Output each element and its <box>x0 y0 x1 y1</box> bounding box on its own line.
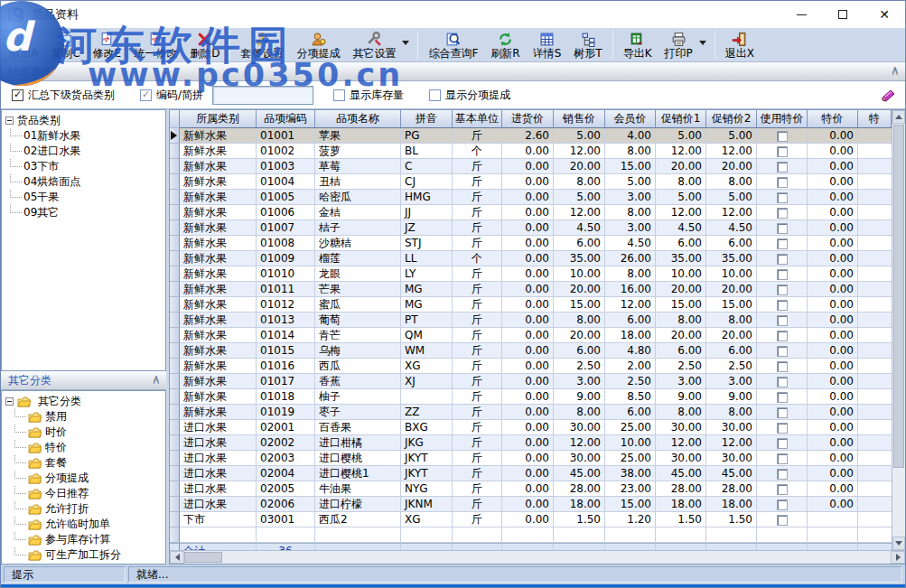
batch-edit-button[interactable]: 统一修改 <box>127 29 183 61</box>
tree-node[interactable]: 允许打折 <box>4 501 163 517</box>
scroll-up-button[interactable] <box>892 110 905 124</box>
column-header[interactable]: 促销价1 <box>656 110 706 128</box>
use-special-checkbox[interactable] <box>777 238 788 249</box>
use-special-checkbox[interactable] <box>777 438 788 449</box>
copy-button[interactable]: 复制C <box>44 29 86 61</box>
scroll-down-button[interactable] <box>892 537 905 550</box>
table-row[interactable]: 新鲜水果01001苹果PG斤2.605.004.005.005.000.00 <box>170 128 892 144</box>
show-commission-checkbox[interactable]: 显示分项提成 <box>429 88 510 103</box>
column-header[interactable]: 所属类别 <box>180 110 257 128</box>
column-header[interactable]: 特价 <box>808 110 858 128</box>
table-row[interactable]: 新鲜水果01004丑桔CJ斤0.008.005.008.008.000.00 <box>170 174 892 190</box>
use-special-checkbox[interactable] <box>777 453 788 464</box>
use-special-checkbox[interactable] <box>777 269 788 280</box>
use-special-checkbox[interactable] <box>777 515 788 526</box>
horizontal-scrollbar[interactable] <box>170 550 905 564</box>
use-special-checkbox[interactable] <box>777 331 788 341</box>
search-input[interactable] <box>212 86 313 105</box>
expand-box-icon[interactable] <box>5 397 14 406</box>
table-row[interactable]: 新鲜水果01014青芒QM斤0.0020.0018.0020.0020.000.… <box>170 328 892 343</box>
use-special-checkbox[interactable] <box>777 300 788 311</box>
use-special-checkbox[interactable] <box>777 223 788 234</box>
commission-button[interactable]: 分项提成 <box>290 29 346 61</box>
query-button[interactable]: 综合查询F <box>422 29 484 61</box>
collapse-icon[interactable]: ᐱᐱ <box>154 378 159 384</box>
detail-button[interactable]: 详情S <box>527 29 568 61</box>
table-row[interactable]: 进口水果02006进口柠檬JKNM斤0.0018.0015.0018.0018.… <box>170 497 892 512</box>
table-row[interactable]: 新鲜水果01015乌梅WM斤0.006.004.806.006.000.00 <box>170 343 892 359</box>
combo-settings-button[interactable]: 套餐设置 <box>234 29 290 61</box>
table-row[interactable]: 新鲜水果01019枣子ZZ斤0.008.006.008.008.000.00 <box>170 405 892 420</box>
delete-button[interactable]: 删除D <box>183 29 226 61</box>
use-special-checkbox[interactable] <box>777 285 788 295</box>
column-header[interactable]: 品项名称 <box>315 110 401 128</box>
tree-node[interactable]: 04烘焙面点 <box>4 174 163 190</box>
help-book-icon[interactable] <box>880 88 896 102</box>
use-special-checkbox[interactable] <box>777 208 788 219</box>
column-header[interactable]: 特 <box>858 110 892 128</box>
maximize-button[interactable] <box>822 1 864 28</box>
table-row[interactable]: 进口水果02002进口柑橘JKG斤0.0012.0010.0012.0012.0… <box>170 435 892 451</box>
use-special-checkbox[interactable] <box>777 423 788 434</box>
table-row[interactable]: 新鲜水果01012蜜瓜MG斤0.0015.0012.0015.0015.000.… <box>170 297 892 313</box>
tree-node[interactable]: 09其它 <box>4 205 163 220</box>
use-special-checkbox[interactable] <box>777 499 788 510</box>
export-button[interactable]: 导出K <box>617 29 658 61</box>
table-row[interactable]: 进口水果02003进口樱桃JKYT斤0.0030.0025.0030.0030.… <box>170 451 892 466</box>
table-row[interactable]: 新鲜水果01006金桔JJ斤0.0012.008.0012.0012.000.0… <box>170 205 892 220</box>
table-row[interactable]: 新鲜水果01010龙眼LY斤0.0010.008.0010.0010.000.0… <box>170 266 892 282</box>
tree-node[interactable]: 可生产加工拆分 <box>4 547 163 563</box>
use-special-checkbox[interactable] <box>777 392 788 403</box>
table-row[interactable]: 新鲜水果01003草莓C斤0.0020.0015.0020.0020.000.0… <box>170 159 892 174</box>
expand-box-icon[interactable] <box>5 117 14 125</box>
table-row[interactable]: 新鲜水果01009榴莲LL个0.0035.0026.0035.0035.000.… <box>170 251 892 266</box>
exit-button[interactable]: 退出X <box>719 29 761 61</box>
use-special-checkbox[interactable] <box>777 484 788 495</box>
vertical-scroll-thumb[interactable] <box>893 125 904 468</box>
use-special-checkbox[interactable] <box>777 346 788 357</box>
show-stock-checkbox[interactable]: 显示库存量 <box>333 88 404 103</box>
table-row[interactable]: 新鲜水果01016西瓜XG斤0.002.502.002.502.500.00 <box>170 359 892 374</box>
column-header[interactable]: 会员价 <box>605 110 656 128</box>
use-special-checkbox[interactable] <box>777 177 788 188</box>
use-special-checkbox[interactable] <box>777 162 788 173</box>
scroll-left-button[interactable] <box>170 551 184 564</box>
other-settings-dropdown[interactable] <box>402 29 414 61</box>
table-row[interactable]: 进口水果02004进口樱桃1JKYT斤0.0045.0038.0045.0045… <box>170 466 892 481</box>
table-row[interactable]: 进口水果02005牛油果NYG斤0.0028.0023.0028.0028.00… <box>170 481 892 497</box>
column-header[interactable]: 进货价 <box>502 110 554 128</box>
collapse-icon[interactable]: ᐱᐱ <box>892 69 898 75</box>
use-special-checkbox[interactable] <box>777 407 788 418</box>
tree-node[interactable]: 特价 <box>4 440 163 455</box>
tree-node[interactable]: 禁用 <box>4 409 163 425</box>
use-special-checkbox[interactable] <box>777 315 788 326</box>
tree-node[interactable]: 套餐 <box>4 455 163 471</box>
table-row[interactable]: 新鲜水果01017香蕉XJ斤0.003.002.503.003.000.00 <box>170 374 892 389</box>
tree-node-root[interactable]: 货品类别 <box>4 113 163 128</box>
table-row[interactable]: 新鲜水果01005哈密瓜HMG斤0.005.003.005.005.000.00 <box>170 190 892 205</box>
use-special-checkbox[interactable] <box>777 469 788 480</box>
other-settings-button[interactable]: 其它设置 <box>346 29 402 61</box>
vertical-scrollbar[interactable] <box>892 110 905 550</box>
tree-node[interactable]: 今日推荐 <box>4 486 163 501</box>
table-row[interactable]: 新鲜水果01002菠萝BL个0.0012.008.0012.0012.000.0… <box>170 144 892 159</box>
tree-node-root[interactable]: 其它分类 <box>4 394 163 409</box>
print-button[interactable]: 打印P <box>658 29 699 61</box>
column-header[interactable]: 品项编码 <box>257 110 315 128</box>
tree-view-button[interactable]: 树形T <box>567 29 608 61</box>
column-header[interactable]: 拼音 <box>401 110 453 128</box>
tree-node[interactable]: 分项提成 <box>4 471 163 486</box>
tree-node[interactable]: 01新鲜水果 <box>4 128 163 144</box>
summarize-subcategory-checkbox[interactable]: ✓ 汇总下级货品类别 <box>12 88 115 103</box>
column-header[interactable]: 促销价2 <box>706 110 757 128</box>
tree-node[interactable]: 05干果 <box>4 190 163 205</box>
column-header[interactable]: 使用特价 <box>757 110 808 128</box>
add-button[interactable]: 添加A <box>3 29 44 61</box>
scroll-right-button[interactable] <box>891 551 905 564</box>
print-dropdown[interactable] <box>699 29 711 61</box>
use-special-checkbox[interactable] <box>777 361 788 372</box>
tree-node[interactable]: 允许临时加单 <box>4 517 163 532</box>
minimize-button[interactable] <box>780 1 822 28</box>
table-row[interactable]: 新鲜水果01007桔子JZ斤0.004.503.004.504.500.00 <box>170 220 892 236</box>
table-row[interactable]: 新鲜水果01018柚子斤0.009.008.509.009.000.00 <box>170 389 892 405</box>
